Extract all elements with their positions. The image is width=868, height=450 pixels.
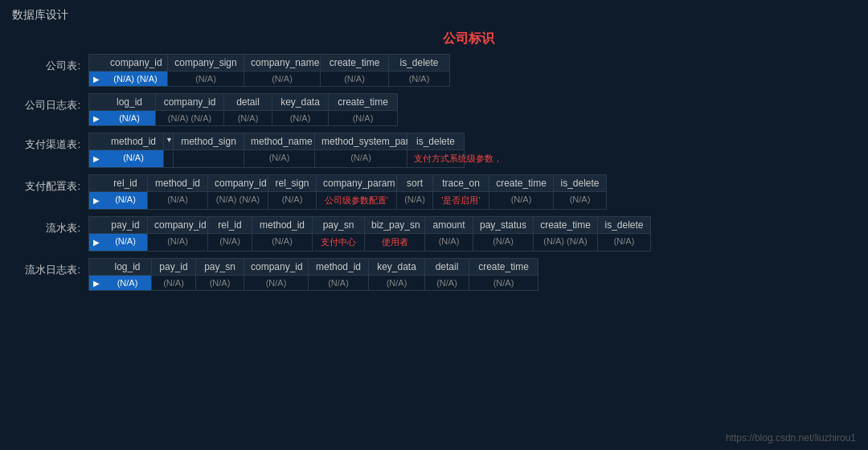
company-table-row-0: ▶(N/A) (N/A)(N/A)(N/A)(N/A)(N/A) (88, 72, 450, 87)
data-cell-7: (N/A) (469, 276, 538, 290)
data-cell-4: (N/A) (309, 276, 369, 290)
data-cell-4: 公司级参数配置' (317, 192, 397, 209)
header-cell-6: amount (425, 217, 473, 233)
data-cell-0: (N/A) (N/A) (104, 72, 168, 86)
data-cell-6: (N/A) (425, 276, 469, 290)
data-cell-1: (N/A) (152, 276, 196, 290)
data-cell-0: (N/A) (104, 150, 164, 167)
data-cell-0: (N/A) (104, 111, 156, 125)
data-cell-5: (N/A) (397, 192, 433, 209)
data-cell-1 (174, 150, 244, 167)
header-cell-2: company_id (208, 175, 268, 191)
header-cell-2: rel_id (208, 217, 252, 233)
company-table-header: company_idcompany_signcompany_namecreate… (88, 54, 450, 72)
main-content: 公司标识 公司表:company_idcompany_signcompany_n… (0, 27, 868, 301)
header-cell-0: log_id (104, 259, 152, 275)
data-cell-1: (N/A) (168, 72, 244, 86)
data-cell-7: (N/A) (489, 192, 554, 209)
data-cell-8: (N/A) (N/A) (534, 234, 598, 251)
company-log-table: 公司日志表:log_idcompany_iddetailkey_datacrea… (12, 93, 856, 126)
data-cell-2: (N/A) (N/A) (208, 192, 268, 209)
arrow-placeholder (89, 217, 104, 233)
arrow-placeholder (89, 94, 104, 110)
data-cell-3: (N/A) (252, 234, 313, 251)
data-cell-1: (N/A) (148, 192, 208, 209)
pay-config-table-label: 支付配置表: (12, 174, 80, 194)
header-cell-0: rel_id (104, 175, 148, 191)
data-cell-5: (N/A) (369, 276, 425, 290)
data-cell-3: (N/A) (244, 276, 309, 290)
data-cell-4: 支付中心 (313, 234, 365, 251)
header-cell-3: method_id (252, 217, 313, 233)
header-cell-4: create_time (329, 94, 397, 110)
row-arrow: ▶ (89, 234, 104, 251)
header-cell-5: biz_pay_sn (365, 217, 425, 233)
data-cell-2: (N/A) (224, 111, 272, 125)
flow-table-label: 流水表: (12, 216, 80, 235)
data-cell-7: (N/A) (473, 234, 534, 251)
header-cell-3: company_id (244, 259, 309, 275)
data-cell-4: (N/A) (329, 111, 397, 125)
arrow-placeholder (89, 175, 104, 191)
arrow-placeholder (89, 55, 104, 71)
flow-table: 流水表:pay_idcompany_idrel_idmethod_idpay_s… (12, 216, 856, 252)
header-cell-4: method_id (309, 259, 369, 275)
header-cell-6: trace_on (433, 175, 489, 191)
arrow-placeholder (89, 133, 104, 149)
company-log-table-label: 公司日志表: (12, 93, 80, 112)
flow-log-table-label: 流水日志表: (12, 258, 80, 277)
empty-cell (164, 150, 174, 167)
header-cell-3: method_name (244, 133, 315, 149)
row-arrow: ▶ (89, 72, 104, 86)
header-cell-1: method_id (148, 175, 208, 191)
header-cell-9: is_delete (598, 217, 650, 233)
pay-method-table-header: method_id▼method_signmethod_namemethod_s… (88, 133, 465, 150)
data-cell-4: (N/A) (389, 72, 449, 86)
header-cell-0: log_id (104, 94, 156, 110)
header-cell-0: pay_id (104, 217, 148, 233)
data-cell-0: (N/A) (104, 234, 148, 251)
header-cell-3: create_time (321, 55, 389, 71)
header-cell-3: key_data (272, 94, 329, 110)
company-log-table-header: log_idcompany_iddetailkey_datacreate_tim… (88, 93, 398, 111)
pay-config-table-row-0: ▶(N/A)(N/A)(N/A) (N/A)(N/A)公司级参数配置'(N/A)… (88, 192, 607, 210)
row-arrow: ▶ (89, 111, 104, 125)
flow-log-table-header: log_idpay_idpay_sncompany_idmethod_idkey… (88, 258, 538, 276)
company-log-table-table: log_idcompany_iddetailkey_datacreate_tim… (88, 93, 398, 126)
header-cell-7: create_time (469, 259, 538, 275)
header-cell-1: ▼ (164, 133, 174, 149)
pay-method-table: 支付渠道表:method_id▼method_signmethod_nameme… (12, 133, 856, 168)
flow-log-table-table: log_idpay_idpay_sncompany_idmethod_idkey… (88, 258, 538, 291)
header-cell-4: pay_sn (313, 217, 365, 233)
arrow-placeholder (89, 259, 104, 275)
data-cell-0: (N/A) (104, 192, 148, 209)
data-cell-2: (N/A) (196, 276, 244, 290)
flow-log-table-row-0: ▶(N/A)(N/A)(N/A)(N/A)(N/A)(N/A)(N/A)(N/A… (88, 276, 538, 291)
row-arrow: ▶ (89, 192, 104, 209)
pay-config-table-table: rel_idmethod_idcompany_idrel_signcompany… (88, 174, 607, 210)
header-cell-2: method_sign (174, 133, 244, 149)
data-cell-0: (N/A) (104, 276, 152, 290)
pay-method-table-row-0: ▶(N/A)(N/A)(N/A)支付方式系统级参数， (88, 150, 465, 168)
header-cell-0: method_id (104, 133, 164, 149)
flow-table-table: pay_idcompany_idrel_idmethod_idpay_snbiz… (88, 216, 651, 252)
header-cell-4: is_delete (389, 55, 449, 71)
data-cell-3: (N/A) (321, 72, 389, 86)
pay-config-table: 支付配置表:rel_idmethod_idcompany_idrel_signc… (12, 174, 856, 210)
section-title: 公司标识 (12, 31, 856, 47)
header-cell-1: company_id (156, 94, 224, 110)
data-cell-6: (N/A) (425, 234, 473, 251)
watermark: https://blog.csdn.net/liuzhirou1 (726, 432, 856, 444)
company-table: 公司表:company_idcompany_signcompany_namecr… (12, 54, 856, 87)
header-cell-1: pay_id (152, 259, 196, 275)
header-cell-3: rel_sign (268, 175, 317, 191)
header-cell-4: method_system_param (315, 133, 407, 149)
header-cell-7: create_time (489, 175, 554, 191)
data-cell-1: (N/A) (148, 234, 208, 251)
data-cell-2: (N/A) (208, 234, 252, 251)
header-cell-2: company_name (244, 55, 321, 71)
data-cell-2: (N/A) (244, 72, 321, 86)
company-table-label: 公司表: (12, 54, 80, 73)
row-arrow: ▶ (89, 150, 104, 167)
data-cell-3: (N/A) (272, 111, 329, 125)
